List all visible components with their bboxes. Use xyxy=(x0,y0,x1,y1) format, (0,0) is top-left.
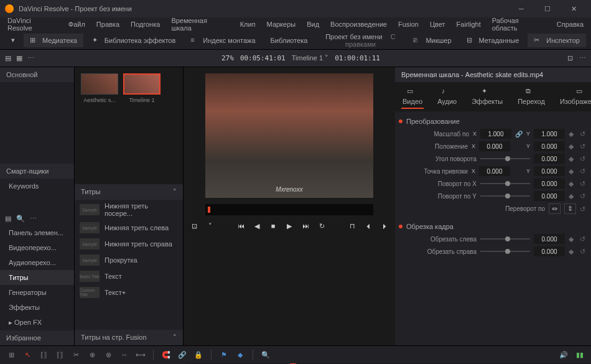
snap-tool[interactable]: 🧲 xyxy=(160,348,172,361)
inspector-tab-audio[interactable]: ♪Аудио xyxy=(436,85,458,109)
safe-area-icon[interactable]: ⊡ xyxy=(188,220,200,231)
reset-icon[interactable]: ↺ xyxy=(580,248,587,255)
timeline-selector[interactable]: Timeline 1 ˅ xyxy=(292,54,328,62)
mixer-toggle[interactable]: ⎚Микшер xyxy=(407,34,457,47)
viewer-more[interactable]: ⋯ xyxy=(579,54,586,62)
fusion-titles-header[interactable]: Титры на стр. Fusion˄ xyxy=(75,330,183,345)
match-frame-button[interactable]: ⊓ xyxy=(347,220,358,231)
category-toolbox[interactable]: Панель элемен... xyxy=(0,225,74,240)
menu-markers[interactable]: Маркеры xyxy=(262,19,301,29)
transform-section[interactable]: Преобразование xyxy=(399,115,587,128)
inspector-toggle[interactable]: ✂Инспектор xyxy=(528,34,586,47)
edit-index-toggle[interactable]: ≡Индекс монтажа xyxy=(184,34,261,47)
menu-playback[interactable]: Воспроизведение xyxy=(325,19,392,29)
media-view-list[interactable]: ▤ xyxy=(5,54,11,62)
category-titles[interactable]: Титры xyxy=(0,270,74,285)
zoom-level[interactable]: 27% xyxy=(221,54,234,62)
more-icon[interactable]: ⋯ xyxy=(30,215,37,223)
yaw-slider[interactable] xyxy=(480,195,530,197)
reset-icon[interactable]: ↺ xyxy=(580,205,587,213)
list-view-icon[interactable]: ▤ xyxy=(5,215,11,223)
keyframe-icon[interactable]: ◆ xyxy=(569,248,576,255)
flag-tool[interactable]: ⚑ xyxy=(218,348,230,361)
effects-library-toggle[interactable]: ✦Библиотека эффектов xyxy=(86,34,182,47)
keyframe-icon[interactable]: ◆ xyxy=(569,155,576,162)
selection-tool[interactable]: ↖ xyxy=(21,348,34,361)
search-icon[interactable]: 🔍 xyxy=(16,215,25,223)
keyframe-icon[interactable]: ◆ xyxy=(569,130,576,138)
keyframe-icon[interactable]: ◆ xyxy=(569,167,576,175)
category-openfx[interactable]: ▸ Open FX xyxy=(0,315,74,330)
media-pool-toggle[interactable]: ⊞Медиатека xyxy=(24,34,83,47)
pitch-input[interactable] xyxy=(534,179,565,189)
fit-tool[interactable]: ⟷ xyxy=(134,348,147,361)
category-audio-transitions[interactable]: Аудиоперехо... xyxy=(0,255,74,270)
flip-v-button[interactable]: ⇕ xyxy=(564,203,576,214)
dropdown-icon[interactable]: ˅ xyxy=(205,220,216,231)
close-button[interactable]: ✕ xyxy=(561,1,586,16)
viewer-options[interactable]: ⊡ xyxy=(567,54,573,62)
flip-h-button[interactable]: ⇔ xyxy=(549,203,561,214)
stop-button[interactable]: ■ xyxy=(268,220,279,231)
metadata-toggle[interactable]: ⊟Метаданные xyxy=(460,34,526,47)
media-view-thumb[interactable]: ▦ xyxy=(16,54,22,62)
media-thumb-2[interactable]: Timeline 1 xyxy=(123,73,161,103)
category-generators[interactable]: Генераторы xyxy=(0,285,74,300)
dropdown-toggle[interactable]: ▾ xyxy=(5,34,21,47)
menu-color[interactable]: Цвет xyxy=(425,19,450,29)
yaw-input[interactable] xyxy=(534,191,565,201)
menu-workspace[interactable]: Рабочая область xyxy=(487,16,551,33)
scale-x-input[interactable] xyxy=(480,129,511,139)
scale-y-input[interactable] xyxy=(534,129,565,139)
reset-icon[interactable]: ↺ xyxy=(580,142,587,150)
title-lower-third-left[interactable]: SampleНижняя треть слева xyxy=(75,220,183,236)
reset-icon[interactable]: ↺ xyxy=(580,130,587,138)
inspector-tab-video[interactable]: ▭Видео xyxy=(401,85,424,109)
minimize-button[interactable]: ─ xyxy=(509,1,534,16)
menu-fairlight[interactable]: Fairlight xyxy=(452,19,486,29)
menu-help[interactable]: Справка xyxy=(552,19,589,29)
titles-header[interactable]: Титры˄ xyxy=(75,184,183,200)
pitch-slider[interactable] xyxy=(480,183,530,184)
trim-tool[interactable]: ⟦⟧ xyxy=(37,348,50,361)
first-frame-button[interactable]: ⏮ xyxy=(235,220,246,231)
keyframe-icon[interactable]: ◆ xyxy=(569,235,576,243)
menu-edit[interactable]: Правка xyxy=(91,19,124,29)
prev-frame-button[interactable]: ◀ xyxy=(251,220,263,231)
menu-file[interactable]: Файл xyxy=(63,19,90,29)
position-lock[interactable]: 🔒 xyxy=(192,348,205,361)
prev-edit-button[interactable]: ⏴ xyxy=(363,220,374,231)
title-lower-third-right[interactable]: SampleНижняя треть справа xyxy=(75,236,183,252)
title-text-plus[interactable]: Custom TitleТекст+ xyxy=(75,284,183,301)
loop-button[interactable]: ↻ xyxy=(316,220,327,231)
rotation-input[interactable] xyxy=(534,154,565,164)
link-icon[interactable]: 🔗 xyxy=(515,131,523,138)
link-tool[interactable]: 🔗 xyxy=(176,348,188,361)
category-video-transitions[interactable]: Видеоперехо... xyxy=(0,240,74,255)
title-text[interactable]: Basic TitleТекст xyxy=(75,268,183,284)
menu-davinci[interactable]: DaVinci Resolve xyxy=(2,16,62,33)
media-thumb-1[interactable]: Aesthetic s... xyxy=(81,73,118,103)
title-lower-third-center[interactable]: SampleНижняя треть посере... xyxy=(75,200,183,220)
crop-right-input[interactable] xyxy=(534,246,565,256)
maximize-button[interactable]: ☐ xyxy=(535,1,560,16)
next-edit-button[interactable]: ⏵ xyxy=(379,220,390,231)
play-button[interactable]: ▶ xyxy=(284,220,295,231)
keyframe-icon[interactable]: ◆ xyxy=(569,192,576,200)
crop-right-slider[interactable] xyxy=(480,251,530,252)
replace-tool[interactable]: ↔ xyxy=(118,348,131,361)
reset-icon[interactable]: ↺ xyxy=(580,180,587,187)
viewer-canvas[interactable]: Mxrenoxx xyxy=(205,73,373,198)
media-search[interactable]: ⋯ xyxy=(27,54,34,62)
audio-level-icon[interactable]: ▮▮ xyxy=(574,348,586,361)
menu-timeline[interactable]: Временная шкала xyxy=(166,16,233,33)
anchor-x-input[interactable] xyxy=(479,166,510,176)
sound-library-toggle[interactable]: Библиотека xyxy=(264,34,314,47)
menu-view[interactable]: Вид xyxy=(302,19,324,29)
keyframe-icon[interactable]: ◆ xyxy=(569,142,576,150)
rotation-slider[interactable] xyxy=(480,158,530,159)
reset-icon[interactable]: ↺ xyxy=(580,155,587,162)
menu-trim[interactable]: Подгонка xyxy=(126,19,165,29)
crop-left-slider[interactable] xyxy=(480,238,530,240)
reset-icon[interactable]: ↺ xyxy=(580,235,587,243)
